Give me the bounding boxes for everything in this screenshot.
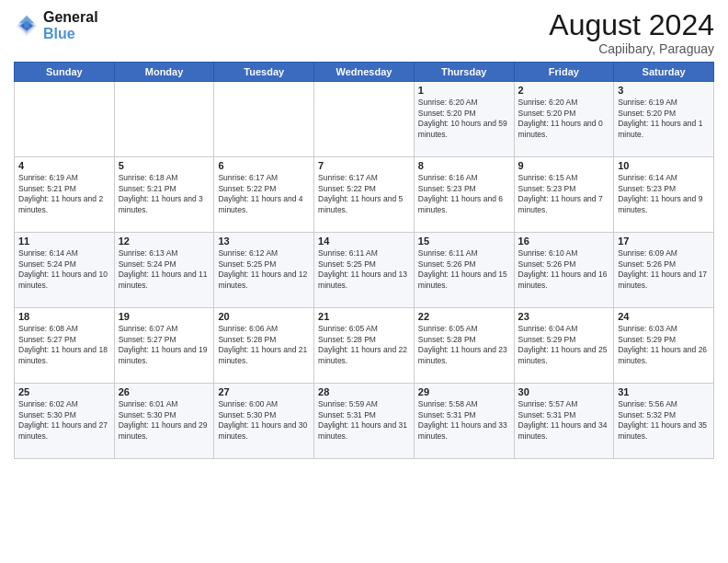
cell-info: Sunrise: 6:15 AMSunset: 5:23 PMDaylight:… [518,173,610,215]
cell-info: Sunrise: 6:14 AMSunset: 5:23 PMDaylight:… [618,173,710,215]
calendar-cell: 20Sunrise: 6:06 AMSunset: 5:28 PMDayligh… [214,308,314,384]
calendar-cell: 28Sunrise: 5:59 AMSunset: 5:31 PMDayligh… [314,384,415,459]
cell-info: Sunrise: 6:12 AMSunset: 5:25 PMDaylight:… [218,248,310,291]
week-row-5: 25Sunrise: 6:02 AMSunset: 5:30 PMDayligh… [15,384,714,459]
calendar-cell: 17Sunrise: 6:09 AMSunset: 5:26 PMDayligh… [614,233,714,308]
day-number: 24 [618,311,710,322]
calendar-cell: 31Sunrise: 5:56 AMSunset: 5:32 PMDayligh… [614,384,714,459]
day-number: 3 [618,85,710,96]
day-number: 23 [518,311,610,322]
weekday-header-wednesday: Wednesday [314,63,415,82]
day-number: 2 [518,85,610,96]
day-number: 12 [119,236,210,247]
cell-info: Sunrise: 6:08 AMSunset: 5:27 PMDaylight:… [18,324,110,366]
day-number: 21 [318,311,410,322]
day-number: 17 [618,236,710,247]
week-row-3: 11Sunrise: 6:14 AMSunset: 5:24 PMDayligh… [15,233,714,308]
cell-info: Sunrise: 6:04 AMSunset: 5:29 PMDaylight:… [518,324,610,366]
cell-info: Sunrise: 6:11 AMSunset: 5:26 PMDaylight:… [418,248,510,291]
day-number: 16 [518,236,610,247]
weekday-header-sunday: Sunday [15,63,115,82]
day-number: 28 [318,386,410,397]
weekday-header-friday: Friday [514,63,614,82]
calendar-cell: 25Sunrise: 6:02 AMSunset: 5:30 PMDayligh… [15,384,115,459]
day-number: 8 [418,160,510,171]
calendar-cell: 23Sunrise: 6:04 AMSunset: 5:29 PMDayligh… [514,308,614,384]
cell-info: Sunrise: 5:58 AMSunset: 5:31 PMDaylight:… [418,399,510,442]
cell-info: Sunrise: 6:09 AMSunset: 5:26 PMDaylight:… [618,248,710,291]
day-number: 15 [418,236,510,247]
cell-info: Sunrise: 6:11 AMSunset: 5:25 PMDaylight:… [318,248,410,291]
week-row-1: 1Sunrise: 6:20 AMSunset: 5:20 PMDaylight… [15,82,714,157]
logo: General Blue [14,9,98,41]
calendar-cell: 16Sunrise: 6:10 AMSunset: 5:26 PMDayligh… [514,233,614,308]
cell-info: Sunrise: 5:57 AMSunset: 5:31 PMDaylight:… [518,399,610,442]
weekday-header-row: SundayMondayTuesdayWednesdayThursdayFrid… [15,63,714,82]
day-number: 31 [618,386,710,397]
calendar-cell: 24Sunrise: 6:03 AMSunset: 5:29 PMDayligh… [614,308,714,384]
cell-info: Sunrise: 6:13 AMSunset: 5:24 PMDaylight:… [119,248,210,291]
calendar-cell: 5Sunrise: 6:18 AMSunset: 5:21 PMDaylight… [114,157,214,233]
calendar-cell: 7Sunrise: 6:17 AMSunset: 5:22 PMDaylight… [314,157,415,233]
calendar-cell: 30Sunrise: 5:57 AMSunset: 5:31 PMDayligh… [514,384,614,459]
calendar-cell: 10Sunrise: 6:14 AMSunset: 5:23 PMDayligh… [614,157,714,233]
weekday-header-monday: Monday [114,63,214,82]
day-number: 20 [218,311,310,322]
day-number: 14 [318,236,410,247]
day-number: 30 [518,386,610,397]
calendar-cell: 14Sunrise: 6:11 AMSunset: 5:25 PMDayligh… [314,233,415,308]
cell-info: Sunrise: 5:56 AMSunset: 5:32 PMDaylight:… [618,399,710,442]
calendar-cell: 6Sunrise: 6:17 AMSunset: 5:22 PMDaylight… [214,157,314,233]
calendar-cell: 2Sunrise: 6:20 AMSunset: 5:20 PMDaylight… [514,82,614,157]
weekday-header-thursday: Thursday [414,63,514,82]
calendar-cell: 15Sunrise: 6:11 AMSunset: 5:26 PMDayligh… [414,233,514,308]
calendar-cell: 27Sunrise: 6:00 AMSunset: 5:30 PMDayligh… [214,384,314,459]
day-number: 6 [218,160,310,171]
cell-info: Sunrise: 6:18 AMSunset: 5:21 PMDaylight:… [119,173,210,215]
day-number: 5 [119,160,210,171]
calendar-cell: 21Sunrise: 6:05 AMSunset: 5:28 PMDayligh… [314,308,415,384]
day-number: 9 [518,160,610,171]
week-row-4: 18Sunrise: 6:08 AMSunset: 5:27 PMDayligh… [15,308,714,384]
day-number: 4 [18,160,110,171]
calendar-cell: 26Sunrise: 6:01 AMSunset: 5:30 PMDayligh… [114,384,214,459]
calendar-cell: 29Sunrise: 5:58 AMSunset: 5:31 PMDayligh… [414,384,514,459]
calendar-cell [114,82,214,157]
day-number: 13 [218,236,310,247]
calendar-cell: 9Sunrise: 6:15 AMSunset: 5:23 PMDaylight… [514,157,614,233]
day-number: 11 [18,236,110,247]
cell-info: Sunrise: 6:17 AMSunset: 5:22 PMDaylight:… [218,173,310,215]
logo-text: General Blue [43,9,98,41]
cell-info: Sunrise: 6:19 AMSunset: 5:20 PMDaylight:… [618,98,710,140]
day-number: 29 [418,386,510,397]
calendar-cell [15,82,115,157]
calendar-cell: 1Sunrise: 6:20 AMSunset: 5:20 PMDaylight… [414,82,514,157]
cell-info: Sunrise: 6:20 AMSunset: 5:20 PMDaylight:… [418,98,510,140]
day-number: 26 [119,386,210,397]
location-title: Capiibary, Paraguay [549,41,714,56]
day-number: 27 [218,386,310,397]
cell-info: Sunrise: 6:00 AMSunset: 5:30 PMDaylight:… [218,399,310,442]
day-number: 19 [119,311,210,322]
cell-info: Sunrise: 6:05 AMSunset: 5:28 PMDaylight:… [418,324,510,366]
calendar-cell: 4Sunrise: 6:19 AMSunset: 5:21 PMDaylight… [15,157,115,233]
calendar-cell: 8Sunrise: 6:16 AMSunset: 5:23 PMDaylight… [414,157,514,233]
cell-info: Sunrise: 6:05 AMSunset: 5:28 PMDaylight:… [318,324,410,366]
day-number: 18 [18,311,110,322]
calendar-cell: 18Sunrise: 6:08 AMSunset: 5:27 PMDayligh… [15,308,115,384]
day-number: 1 [418,85,510,96]
cell-info: Sunrise: 6:14 AMSunset: 5:24 PMDaylight:… [18,248,110,291]
month-title: August 2024 [549,9,714,41]
weekday-header-saturday: Saturday [614,63,714,82]
cell-info: Sunrise: 6:16 AMSunset: 5:23 PMDaylight:… [418,173,510,215]
day-number: 10 [618,160,710,171]
calendar-cell: 11Sunrise: 6:14 AMSunset: 5:24 PMDayligh… [15,233,115,308]
cell-info: Sunrise: 6:17 AMSunset: 5:22 PMDaylight:… [318,173,410,215]
cell-info: Sunrise: 6:07 AMSunset: 5:27 PMDaylight:… [119,324,210,366]
calendar-cell: 12Sunrise: 6:13 AMSunset: 5:24 PMDayligh… [114,233,214,308]
calendar-container: General Blue August 2024 Capiibary, Para… [0,0,728,466]
cell-info: Sunrise: 6:20 AMSunset: 5:20 PMDaylight:… [518,98,610,140]
title-block: August 2024 Capiibary, Paraguay [549,9,714,56]
calendar-cell: 13Sunrise: 6:12 AMSunset: 5:25 PMDayligh… [214,233,314,308]
calendar-table: SundayMondayTuesdayWednesdayThursdayFrid… [14,62,714,459]
